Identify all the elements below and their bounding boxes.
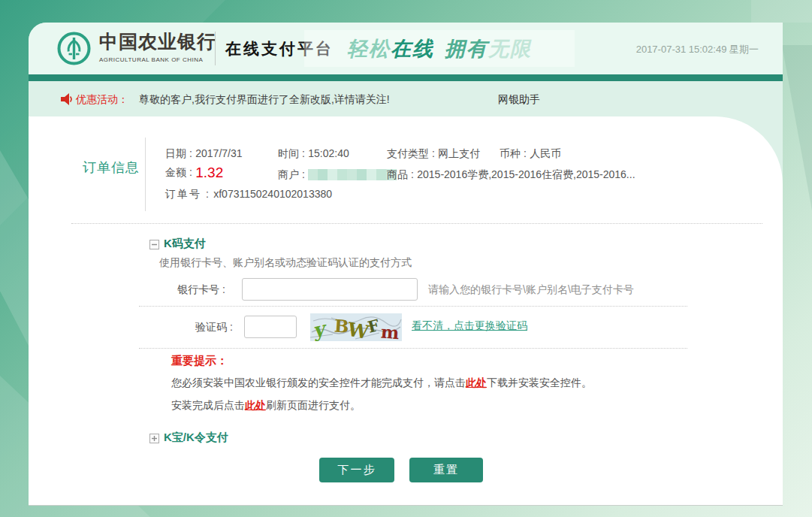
order-product-value: 2015-2016学费,2015-2016住宿费,2015-2016... bbox=[417, 168, 635, 180]
header-band: 中国农业银行 AGRICULTURAL BANK OF CHINA 在线支付平台… bbox=[29, 23, 783, 74]
order-divider bbox=[145, 138, 146, 211]
order-pay-type: 支付类型 : 网上支付 bbox=[387, 147, 480, 161]
bg-facet bbox=[782, 45, 812, 210]
order-merchant-value-redacted bbox=[308, 169, 397, 180]
separator bbox=[71, 223, 762, 224]
order-currency-label: 币种 : bbox=[500, 147, 527, 159]
order-amount: 金额 : 1.32 bbox=[165, 165, 223, 181]
order-amount-value: 1.32 bbox=[195, 165, 223, 180]
important-line2-text: 安装完成后点击 bbox=[171, 399, 245, 411]
important-line1-text: 您必须安装中国农业银行颁发的安全控件才能完成支付，请点击 bbox=[171, 376, 466, 389]
card-number-hint: 请输入您的银行卡号\账户别名\电子支付卡号 bbox=[428, 283, 634, 297]
slogan: 轻松在线拥有无限 bbox=[347, 35, 532, 62]
payment-card: 中国农业银行 AGRICULTURAL BANK OF CHINA 在线支付平台… bbox=[29, 23, 783, 506]
captcha-char: m bbox=[380, 322, 400, 341]
megaphone-icon bbox=[60, 92, 74, 109]
ebank-helper-link[interactable]: 网银助手 bbox=[498, 93, 540, 107]
next-step-button[interactable]: 下一步 bbox=[319, 458, 394, 482]
order-product: 商品 : 2015-2016学费,2015-2016住宿费,2015-2016.… bbox=[387, 168, 635, 182]
bank-name-en: AGRICULTURAL BANK OF CHINA bbox=[99, 56, 219, 63]
separator bbox=[139, 348, 687, 349]
reset-button[interactable]: 重置 bbox=[409, 458, 483, 482]
notice-band: 优惠活动： 尊敬的客户,我行支付界面进行了全新改版,详情请关注! 网银助手 bbox=[29, 81, 783, 116]
order-product-label: 商品 : bbox=[387, 168, 414, 180]
kcode-section-title[interactable]: K码支付 bbox=[164, 237, 206, 251]
slogan-part: 无限 bbox=[488, 38, 532, 60]
order-amount-label: 金额 : bbox=[165, 166, 192, 178]
order-pay-type-value: 网上支付 bbox=[438, 147, 480, 159]
promo-label: 优惠活动： bbox=[76, 93, 128, 107]
bg-facet bbox=[0, 150, 29, 346]
important-line1-text: 下载并安装安全控件。 bbox=[487, 376, 592, 389]
abc-bank-logo-icon bbox=[56, 31, 92, 66]
collapse-minus-icon[interactable] bbox=[149, 240, 159, 249]
order-merchant: 商户 : bbox=[278, 168, 397, 182]
slogan-part: 在线 bbox=[391, 38, 434, 60]
order-date-label: 日期 : bbox=[165, 147, 192, 159]
important-title: 重要提示： bbox=[171, 354, 228, 368]
expand-plus-icon[interactable] bbox=[149, 434, 159, 443]
card-number-label: 银行卡号 : bbox=[177, 283, 225, 297]
order-time-value: 15:02:40 bbox=[308, 147, 349, 159]
order-date: 日期 : 2017/7/31 bbox=[165, 147, 243, 161]
kbao-expand-toggle[interactable] bbox=[149, 433, 159, 446]
captcha-image[interactable]: y B W F m bbox=[310, 313, 402, 344]
important-line1: 您必须安装中国农业银行颁发的安全控件才能完成支付，请点击此处下载并安装安全控件。 bbox=[171, 376, 592, 390]
promo-message: 尊敬的客户,我行支付界面进行了全新改版,详情请关注! bbox=[139, 93, 390, 107]
important-line2: 安装完成后点击此处刷新页面进行支付。 bbox=[171, 399, 361, 413]
order-number-value: xf0731150240102013380 bbox=[213, 188, 332, 200]
important-line2-text: 刷新页面进行支付。 bbox=[266, 399, 361, 411]
order-date-value: 2017/7/31 bbox=[195, 147, 242, 159]
kcode-collapse-toggle[interactable] bbox=[149, 239, 159, 252]
order-number-label: 订单号 : bbox=[165, 188, 210, 200]
kbao-section-title[interactable]: K宝/K令支付 bbox=[164, 431, 228, 445]
kcode-subtitle: 使用银行卡号、账户别名或动态验证码认证的支付方式 bbox=[159, 256, 412, 270]
bg-facet bbox=[751, 0, 812, 23]
order-currency: 币种 : 人民币 bbox=[500, 147, 561, 161]
slogan-part: 轻松 bbox=[347, 38, 391, 60]
refresh-page-link[interactable]: 此处 bbox=[245, 399, 266, 411]
card-number-input[interactable] bbox=[242, 278, 418, 301]
order-time: 时间 : 15:02:40 bbox=[278, 147, 349, 161]
order-merchant-label: 商户 : bbox=[278, 168, 305, 180]
order-time-label: 时间 : bbox=[278, 147, 305, 159]
download-control-link[interactable]: 此处 bbox=[466, 376, 487, 389]
slogan-backdrop: 轻松在线拥有无限 bbox=[304, 30, 575, 67]
main-content: 订单信息 日期 : 2017/7/31 时间 : 15:02:40 支付类型 :… bbox=[29, 116, 783, 506]
captcha-refresh-link[interactable]: 看不清，点击更换验证码 bbox=[412, 319, 527, 333]
order-pay-type-label: 支付类型 : bbox=[387, 147, 435, 159]
page-background: 中国农业银行 AGRICULTURAL BANK OF CHINA 在线支付平台… bbox=[0, 0, 812, 517]
header-accent-bar bbox=[29, 74, 783, 81]
header-divider bbox=[215, 32, 216, 65]
order-currency-value: 人民币 bbox=[530, 147, 561, 159]
captcha-input[interactable] bbox=[244, 316, 297, 338]
slogan-part: 拥有 bbox=[445, 38, 488, 60]
separator bbox=[139, 306, 687, 307]
header-datetime: 2017-07-31 15:02:49 星期一 bbox=[636, 43, 759, 56]
bank-name-cn: 中国农业银行 bbox=[99, 29, 219, 54]
bank-names: 中国农业银行 AGRICULTURAL BANK OF CHINA bbox=[99, 29, 219, 63]
captcha-label: 验证码 : bbox=[195, 321, 233, 334]
order-number: 订单号 : xf0731150240102013380 bbox=[165, 187, 332, 201]
order-section-title: 订单信息 bbox=[83, 159, 140, 177]
